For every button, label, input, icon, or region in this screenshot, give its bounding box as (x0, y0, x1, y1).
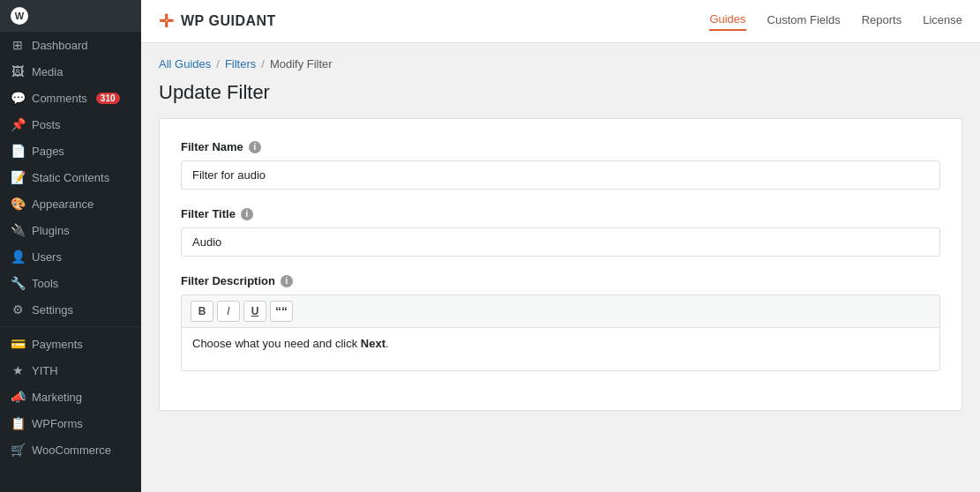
pages-icon: 📄 (11, 144, 25, 158)
media-icon: 🖼 (11, 64, 25, 78)
dashboard-icon: ⊞ (11, 38, 25, 52)
sidebar-item-payments[interactable]: 💳 Payments (0, 331, 141, 357)
sidebar-item-pages[interactable]: 📄 Pages (0, 138, 141, 164)
sidebar-item-label: Plugins (32, 224, 70, 237)
filter-title-input[interactable] (181, 227, 940, 257)
brand-name: WP GUIDANT (181, 13, 276, 29)
filter-title-info-icon[interactable]: i (241, 208, 253, 220)
editor-content-prefix: Choose what you need and click (192, 337, 361, 350)
settings-icon: ⚙ (11, 302, 25, 317)
sidebar-item-users[interactable]: 👤 Users (0, 243, 141, 270)
sidebar-item-settings[interactable]: ⚙ Settings (0, 296, 141, 323)
sidebar-item-tools[interactable]: 🔧 Tools (0, 270, 141, 296)
sidebar-item-comments[interactable]: 💬 Comments 310 (0, 85, 141, 111)
filter-title-group: Filter Title i (181, 207, 940, 257)
sidebar-item-yith[interactable]: ★ YITH (0, 357, 141, 384)
sidebar-item-dashboard[interactable]: ⊞ Dashboard (0, 32, 141, 58)
editor-toolbar: B I U ““ (181, 294, 940, 327)
topnav-brand: ✛ WP GUIDANT (159, 11, 276, 32)
payments-icon: 💳 (11, 337, 25, 351)
content-area: All Guides / Filters / Modify Filter Upd… (141, 43, 980, 492)
yith-icon: ★ (11, 363, 25, 377)
plugins-icon: 🔌 (11, 223, 25, 237)
filter-description-label: Filter Description i (181, 274, 940, 287)
sidebar-item-label: WooCommerce (32, 444, 111, 457)
main-content: ✛ WP GUIDANT Guides Custom Fields Report… (141, 0, 980, 492)
filter-description-editor[interactable]: Choose what you need and click Next. (181, 327, 940, 371)
filter-name-group: Filter Name i (181, 140, 940, 190)
sidebar-item-posts[interactable]: 📌 Posts (0, 111, 141, 138)
filter-name-label: Filter Name i (181, 140, 940, 153)
sidebar-item-label: Pages (32, 145, 64, 158)
filter-description-info-icon[interactable]: i (281, 275, 293, 287)
topnav-links: Guides Custom Fields Reports License (709, 12, 962, 31)
topnav-link-guides[interactable]: Guides (709, 12, 745, 31)
users-icon: 👤 (11, 250, 25, 264)
marketing-icon: 📣 (11, 390, 25, 404)
sidebar-item-wpforms[interactable]: 📋 WPForms (0, 410, 141, 436)
sidebar-item-media[interactable]: 🖼 Media (0, 58, 141, 85)
breadcrumb-all-guides[interactable]: All Guides (159, 57, 211, 71)
page-title: Update Filter (159, 81, 962, 104)
editor-content-suffix: . (385, 337, 389, 350)
sidebar-item-label: Static Contents (32, 171, 109, 184)
woocommerce-icon: 🛒 (11, 443, 25, 457)
sidebar-item-appearance[interactable]: 🎨 Appearance (0, 190, 141, 217)
wp-logo-icon: W (11, 7, 28, 25)
sidebar-item-label: Tools (32, 277, 58, 290)
sidebar-item-label: Media (32, 65, 63, 78)
sidebar-logo: W (0, 0, 141, 32)
form-card: Filter Name i Filter Title i Filter Desc… (159, 118, 962, 411)
breadcrumb-sep-2: / (261, 57, 265, 71)
comments-badge: 310 (96, 93, 120, 104)
filter-name-input[interactable] (181, 160, 940, 190)
topnav-link-license[interactable]: License (923, 13, 962, 30)
topnav-link-reports[interactable]: Reports (862, 13, 902, 30)
toolbar-bold-button[interactable]: B (191, 301, 213, 322)
sidebar-item-label: Appearance (32, 198, 94, 211)
topnav: ✛ WP GUIDANT Guides Custom Fields Report… (141, 0, 980, 43)
sidebar-item-label: Settings (32, 303, 73, 317)
filter-description-group: Filter Description i B I U ““ Choose wha… (181, 274, 940, 371)
toolbar-underline-button[interactable]: U (243, 301, 266, 322)
breadcrumb: All Guides / Filters / Modify Filter (159, 57, 962, 71)
topnav-link-custom-fields[interactable]: Custom Fields (767, 13, 841, 30)
breadcrumb-filters[interactable]: Filters (225, 57, 256, 71)
appearance-icon: 🎨 (11, 197, 25, 211)
tools-icon: 🔧 (11, 276, 25, 290)
sidebar-item-plugins[interactable]: 🔌 Plugins (0, 217, 141, 243)
sidebar-item-label: Posts (32, 118, 61, 131)
toolbar-quote-button[interactable]: ““ (270, 301, 293, 322)
sidebar-divider (0, 326, 141, 327)
breadcrumb-current: Modify Filter (270, 57, 333, 71)
sidebar-item-woocommerce[interactable]: 🛒 WooCommerce (0, 436, 141, 463)
comments-icon: 💬 (11, 91, 25, 105)
editor-content-bold: Next (361, 337, 385, 350)
sidebar-item-label: Comments (32, 92, 87, 105)
posts-icon: 📌 (11, 117, 25, 131)
brand-cross-icon: ✛ (159, 11, 174, 32)
sidebar-item-label: YITH (32, 364, 58, 377)
static-contents-icon: 📝 (11, 170, 25, 184)
toolbar-italic-button[interactable]: I (217, 301, 240, 322)
sidebar: W ⊞ Dashboard 🖼 Media 💬 Comments 310 📌 P… (0, 0, 141, 492)
wpforms-icon: 📋 (11, 416, 25, 430)
breadcrumb-sep-1: / (216, 57, 220, 71)
filter-name-info-icon[interactable]: i (249, 141, 261, 153)
sidebar-item-label: Dashboard (32, 39, 88, 52)
sidebar-item-label: Payments (32, 338, 83, 351)
sidebar-item-label: WPForms (32, 417, 83, 430)
sidebar-item-label: Users (32, 250, 62, 264)
sidebar-item-label: Marketing (32, 391, 82, 404)
sidebar-item-static-contents[interactable]: 📝 Static Contents (0, 164, 141, 190)
filter-title-label: Filter Title i (181, 207, 940, 220)
sidebar-item-marketing[interactable]: 📣 Marketing (0, 384, 141, 410)
